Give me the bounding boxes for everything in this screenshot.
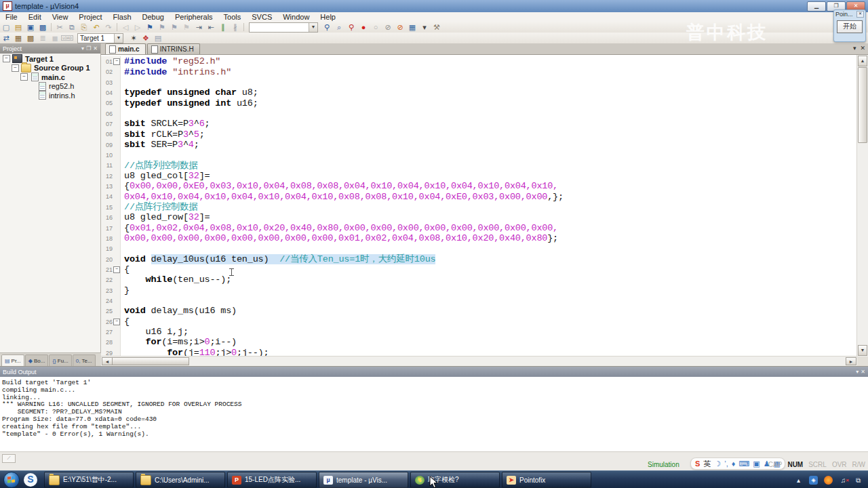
sogou-logo-icon[interactable]: S	[695, 459, 700, 468]
build-menu-icon[interactable]: ▾	[856, 369, 859, 375]
pointofix-mini-window[interactable]: Poin... ✕ 开始	[833, 9, 866, 42]
punctuation-icon[interactable]: ’,	[724, 459, 728, 468]
project-menu-icon[interactable]: ❐	[86, 45, 91, 52]
target-select[interactable]: Target 1▼	[77, 33, 123, 43]
options-for-target-icon[interactable]: ✶	[127, 33, 140, 43]
code-line[interactable]: 09sbit SER=P3^4;	[101, 140, 857, 150]
find-dropdown-icon[interactable]: ▼	[309, 23, 317, 32]
bookmark-clear-icon[interactable]: ⚑	[180, 22, 193, 33]
code-line[interactable]: 07sbit SRCLK=P3^6;	[101, 119, 857, 129]
panel-tab-Bo[interactable]: ◆Bo...	[25, 354, 49, 366]
bookmark-next-icon[interactable]: ⚑	[168, 22, 180, 33]
pointofix-close-icon[interactable]: ✕	[856, 11, 864, 18]
keyboard-icon[interactable]: ⌨	[738, 459, 749, 468]
start-button[interactable]	[3, 472, 20, 488]
code-line[interactable]: 05typedef unsigned int u16;	[101, 98, 857, 108]
scroll-down-icon[interactable]: ▼	[858, 345, 867, 356]
code-line[interactable]: 16u8 gled_row[32]=	[101, 212, 857, 222]
code-line[interactable]: 27 u16 i,j;	[101, 327, 857, 337]
code-line[interactable]: 22 while(ten_us--);	[101, 274, 857, 285]
taskbar-button-cusersadmini[interactable]: C:\Users\Admini...	[136, 472, 225, 488]
bookmark-prev-icon[interactable]: ⚑	[156, 22, 168, 33]
pointofix-start-button[interactable]: 开始	[837, 20, 863, 33]
code-line[interactable]: 12u8 gled_col[32]=	[101, 171, 857, 181]
scroll-up-icon[interactable]: ▲	[858, 56, 867, 66]
menu-svcs[interactable]: SVCS	[246, 12, 277, 22]
code-line[interactable]: 10	[101, 150, 857, 160]
project-panel-header[interactable]: Project ▾❐✕	[0, 43, 100, 54]
cut-icon[interactable]: ✂	[54, 22, 66, 33]
menu-project[interactable]: Project	[73, 12, 107, 22]
tray-security-icon[interactable]	[824, 476, 833, 485]
code-line[interactable]: 28 for(i=ms;i>0;i--)	[101, 337, 857, 347]
find-input[interactable]	[250, 23, 311, 32]
vertical-scrollbar[interactable]: ▲ ▼	[856, 55, 868, 357]
panel-tab-Pr[interactable]: ▤Pr...	[1, 354, 24, 366]
breakpoint-enable-icon[interactable]: ○	[370, 22, 382, 33]
code-line[interactable]: 08sbit rCLK=P3^5;	[101, 129, 857, 139]
download-icon[interactable]: LOAD	[61, 33, 73, 43]
taskbar-button-[interactable]: ↯取字模检?	[410, 472, 500, 488]
code-editor[interactable]: 01−#include "reg52.h"02#include "intrins…	[101, 55, 857, 357]
code-line[interactable]: 17{0x01,0x02,0x04,0x08,0x10,0x20,0x40,0x…	[101, 223, 857, 233]
scroll-left-icon[interactable]: ◄	[102, 357, 113, 365]
editor-list-icon[interactable]: ▾	[853, 45, 856, 52]
bookmark-toggle-icon[interactable]: ⚑	[144, 22, 156, 33]
configure-wrench-icon[interactable]: ⚒	[431, 22, 443, 33]
taskbar-button-pointofix[interactable]: ➤Pointofix	[502, 472, 591, 488]
fold-collapse-icon[interactable]: −	[113, 266, 120, 273]
build-output-header[interactable]: Build Output ▾✕	[0, 367, 868, 377]
code-line[interactable]: 23}	[101, 285, 857, 296]
volume-muted-icon[interactable]: ♫	[839, 476, 848, 485]
copy-icon[interactable]: ⧉	[66, 22, 78, 33]
batch-build-icon[interactable]: ≣	[37, 33, 49, 43]
new-file-icon[interactable]: ▢	[0, 22, 12, 33]
menu-file[interactable]: File	[0, 12, 23, 22]
tree-item-reg52-h[interactable]: reg52.h	[0, 82, 100, 92]
breakpoint-toggle-icon[interactable]: ●	[357, 22, 370, 33]
breakpoint-kill-icon[interactable]: ⊘	[394, 22, 406, 33]
indent-icon[interactable]: ⇥	[193, 22, 205, 33]
tree-item-intrins-h[interactable]: intrins.h	[0, 91, 100, 100]
tree-item-main-c[interactable]: −main.c	[0, 73, 100, 82]
comment-icon[interactable]: ∥	[217, 22, 229, 33]
code-line[interactable]: 01−#include "reg52.h"	[101, 56, 857, 66]
editor-tab-main.c[interactable]: main.c	[105, 43, 146, 54]
undo-icon[interactable]: ↶	[90, 22, 102, 33]
code-line[interactable]: 29 for(j=110;j>0;j--);	[101, 348, 857, 357]
vertical-scroll-thumb[interactable]	[858, 67, 867, 143]
project-menu-icon[interactable]: ▾	[81, 45, 84, 52]
find-icon[interactable]: ⌕	[333, 22, 345, 33]
window-layout-icon[interactable]: ▦	[406, 22, 418, 33]
code-line[interactable]: 15//点阵行控制数据	[101, 202, 857, 212]
code-line[interactable]: 25void delay_ms(u16 ms)	[101, 306, 857, 316]
find-in-files-icon[interactable]: ⚲	[321, 22, 333, 33]
toolbox-icon[interactable]: ▣	[753, 459, 760, 468]
panel-tab-Te[interactable]: 0,Te...	[73, 354, 96, 366]
project-close-icon[interactable]: ✕	[93, 45, 98, 52]
target-dropdown-icon[interactable]: ▼	[114, 34, 123, 43]
code-line[interactable]: 26−{	[101, 317, 857, 327]
title-bar[interactable]: µ template - µVision4 ▁ ❐ ✕	[0, 0, 868, 13]
expander-icon[interactable]: −	[3, 55, 10, 62]
menu-debug[interactable]: Debug	[137, 12, 170, 22]
code-line[interactable]: 04typedef unsigned char u8;	[101, 87, 857, 98]
build-close-icon[interactable]: ✕	[861, 369, 865, 375]
network-icon[interactable]: ⧉	[854, 476, 863, 485]
nav-back-icon[interactable]: ◁	[119, 22, 132, 33]
tray-expand-icon[interactable]: ▴	[794, 476, 803, 485]
menu-view[interactable]: View	[47, 12, 74, 22]
rebuild-icon[interactable]: ▩	[24, 33, 37, 43]
redo-icon[interactable]: ↷	[102, 22, 115, 33]
panel-tab-Fu[interactable]: {}Fu...	[49, 354, 71, 366]
outdent-icon[interactable]: ⇤	[205, 22, 217, 33]
code-line[interactable]: 180x00,0x00,0x00,0x00,0x00,0x00,0x00,0x0…	[101, 233, 857, 243]
scroll-right-icon[interactable]: ►	[846, 357, 856, 365]
minimize-button[interactable]: ▁	[807, 1, 826, 12]
horizontal-scrollbar[interactable]: ◄ ►	[101, 356, 857, 366]
translate-icon[interactable]: ⇄	[0, 33, 12, 43]
find-next-icon[interactable]: ⚲	[345, 22, 357, 33]
code-line[interactable]: 13{0x00,0x00,0xE0,0x03,0x10,0x04,0x08,0x…	[101, 181, 857, 191]
paste-icon[interactable]: ⎘	[78, 22, 90, 33]
tree-item-source-group-1[interactable]: −Source Group 1	[0, 64, 100, 73]
